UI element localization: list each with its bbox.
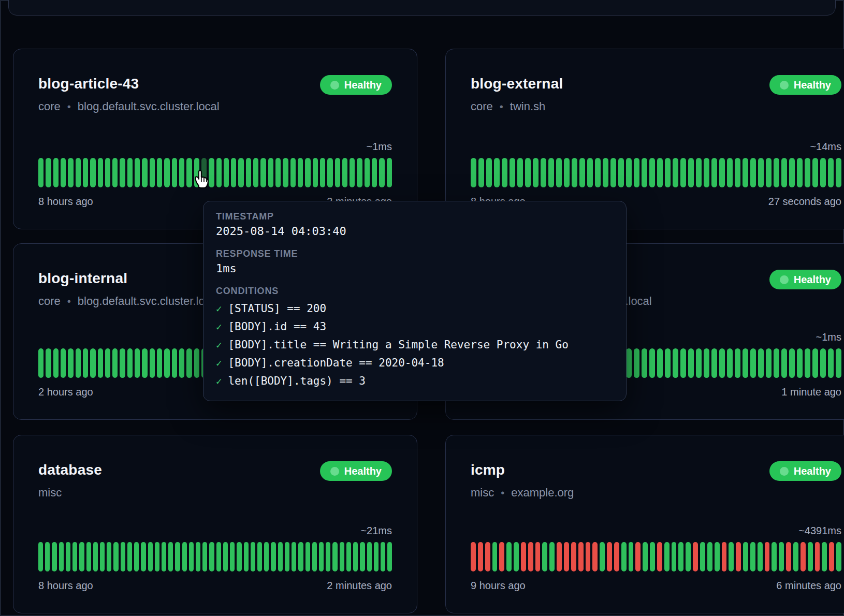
history-bar[interactable] — [38, 542, 43, 571]
history-bar[interactable] — [83, 158, 88, 187]
history-bar[interactable] — [571, 542, 576, 571]
history-bar[interactable] — [313, 158, 318, 187]
history-bar[interactable] — [238, 158, 243, 187]
history-bar[interactable] — [610, 158, 616, 187]
history-bar[interactable] — [815, 542, 820, 571]
history-bar[interactable] — [801, 542, 806, 571]
history-bar[interactable] — [686, 542, 691, 571]
history-bar[interactable] — [607, 542, 612, 571]
history-bar[interactable] — [121, 542, 125, 571]
history-bar[interactable] — [164, 348, 169, 378]
history-bar[interactable] — [793, 542, 798, 571]
uptime-history-bars[interactable] — [38, 158, 392, 187]
history-bar[interactable] — [374, 542, 379, 571]
history-bar[interactable] — [59, 542, 64, 571]
history-bar[interactable] — [564, 542, 569, 571]
history-bar[interactable] — [61, 158, 66, 187]
history-bar[interactable] — [79, 542, 84, 571]
history-bar[interactable] — [164, 158, 169, 187]
history-bar[interactable] — [528, 542, 533, 571]
history-bar[interactable] — [107, 542, 111, 571]
history-bar[interactable] — [268, 158, 273, 187]
history-bar[interactable] — [727, 158, 733, 187]
history-bar[interactable] — [223, 542, 228, 571]
history-bar[interactable] — [335, 158, 340, 187]
history-bar[interactable] — [650, 542, 655, 571]
history-bar[interactable] — [635, 542, 641, 571]
history-bar[interactable] — [603, 158, 608, 187]
history-bar[interactable] — [471, 158, 476, 187]
uptime-history-bars[interactable] — [471, 542, 841, 571]
history-bar[interactable] — [572, 158, 577, 187]
history-bar[interactable] — [836, 348, 841, 378]
history-bar[interactable] — [319, 542, 324, 571]
history-bar[interactable] — [98, 158, 103, 187]
history-bar[interactable] — [251, 542, 255, 571]
history-bar[interactable] — [142, 348, 147, 378]
history-bar[interactable] — [533, 158, 539, 187]
history-bar[interactable] — [372, 158, 377, 187]
history-bar[interactable] — [711, 348, 717, 378]
history-bar[interactable] — [305, 542, 310, 571]
history-bar[interactable] — [66, 542, 70, 571]
history-bar[interactable] — [499, 542, 504, 571]
history-bar[interactable] — [353, 542, 358, 571]
history-bar[interactable] — [626, 158, 632, 187]
history-bar[interactable] — [93, 542, 98, 571]
history-bar[interactable] — [657, 348, 663, 378]
history-bar[interactable] — [743, 158, 748, 187]
history-bar[interactable] — [365, 158, 370, 187]
history-bar[interactable] — [595, 158, 601, 187]
history-bar[interactable] — [113, 542, 118, 571]
history-bar[interactable] — [808, 542, 813, 571]
history-bar[interactable] — [680, 158, 686, 187]
history-bar[interactable] — [112, 348, 118, 378]
history-bar[interactable] — [614, 542, 619, 571]
history-bar[interactable] — [700, 542, 705, 571]
history-bar[interactable] — [812, 348, 818, 378]
history-bar[interactable] — [189, 542, 194, 571]
service-card-icmp[interactable]: icmp misc • example.org Healthy ~4391ms … — [445, 435, 844, 613]
history-bar[interactable] — [766, 158, 772, 187]
history-bar[interactable] — [127, 158, 133, 187]
history-bar[interactable] — [141, 542, 145, 571]
history-bar[interactable] — [678, 542, 683, 571]
history-bar[interactable] — [696, 348, 702, 378]
history-bar[interactable] — [829, 542, 834, 571]
history-bar[interactable] — [750, 158, 756, 187]
history-bar[interactable] — [735, 158, 740, 187]
history-bar[interactable] — [379, 158, 384, 187]
history-bar[interactable] — [246, 158, 251, 187]
history-bar[interactable] — [743, 542, 748, 571]
history-bar[interactable] — [342, 158, 347, 187]
history-bar[interactable] — [836, 542, 841, 571]
history-bar[interactable] — [135, 158, 140, 187]
history-bar[interactable] — [387, 158, 392, 187]
history-bar[interactable] — [332, 542, 337, 571]
history-bar[interactable] — [381, 542, 385, 571]
history-bar[interactable] — [750, 542, 755, 571]
history-bar[interactable] — [729, 542, 734, 571]
history-bar[interactable] — [494, 158, 500, 187]
history-bar[interactable] — [836, 158, 841, 187]
history-bar[interactable] — [76, 348, 81, 378]
history-bar[interactable] — [360, 542, 365, 571]
history-bar[interactable] — [326, 542, 330, 571]
history-bar[interactable] — [83, 348, 88, 378]
history-bar[interactable] — [253, 158, 258, 187]
history-bar[interactable] — [711, 158, 717, 187]
history-bar[interactable] — [642, 348, 647, 378]
history-bar[interactable] — [665, 158, 671, 187]
history-bar[interactable] — [758, 348, 764, 378]
history-bar[interactable] — [657, 542, 662, 571]
history-bar[interactable] — [719, 348, 725, 378]
history-bar[interactable] — [564, 158, 570, 187]
history-bar[interactable] — [542, 542, 547, 571]
history-bar[interactable] — [38, 348, 43, 378]
history-bar[interactable] — [535, 542, 541, 571]
history-bar[interactable] — [514, 542, 519, 571]
history-bar[interactable] — [664, 542, 670, 571]
history-bar[interactable] — [285, 542, 289, 571]
history-bar[interactable] — [485, 542, 490, 571]
history-bar[interactable] — [586, 542, 591, 571]
